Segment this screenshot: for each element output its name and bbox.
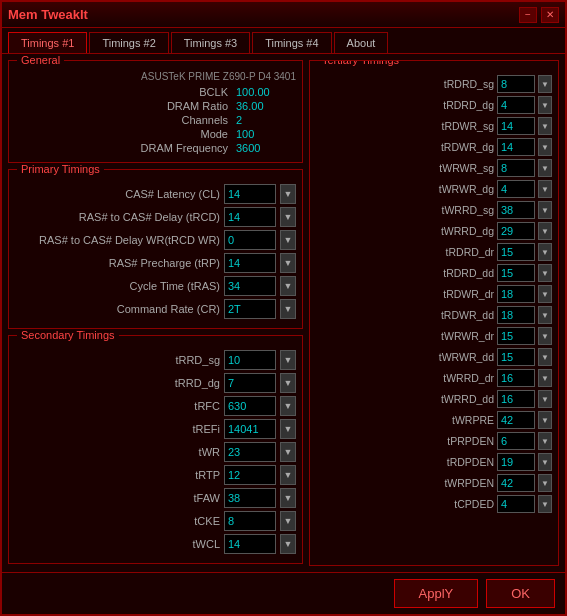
primary-timing-input[interactable] <box>224 230 276 250</box>
tab-timings3[interactable]: Timings #3 <box>171 32 250 53</box>
tab-timings2[interactable]: Timings #2 <box>89 32 168 53</box>
tertiary-timing-input[interactable] <box>497 75 535 93</box>
secondary-timing-input[interactable] <box>224 534 276 554</box>
primary-timing-input[interactable] <box>224 253 276 273</box>
primary-timing-input[interactable] <box>224 276 276 296</box>
tertiary-timing-input[interactable] <box>497 432 535 450</box>
tertiary-timing-input[interactable] <box>497 180 535 198</box>
primary-timing-input[interactable] <box>224 299 276 319</box>
tertiary-timing-dropdown[interactable]: ▼ <box>538 96 552 114</box>
secondary-timing-dropdown[interactable]: ▼ <box>280 442 296 462</box>
secondary-timing-input[interactable] <box>224 442 276 462</box>
tertiary-timing-dropdown[interactable]: ▼ <box>538 327 552 345</box>
minimize-button[interactable]: − <box>519 7 537 23</box>
tertiary-timing-dropdown[interactable]: ▼ <box>538 264 552 282</box>
tertiary-timing-dropdown[interactable]: ▼ <box>538 138 552 156</box>
primary-timing-input[interactable] <box>224 184 276 204</box>
title-bar: Mem TweakIt − ✕ <box>2 2 565 28</box>
tertiary-timing-row: tPRPDEN ▼ <box>316 432 552 450</box>
secondary-timing-input[interactable] <box>224 396 276 416</box>
secondary-timing-dropdown[interactable]: ▼ <box>280 534 296 554</box>
tertiary-timing-input[interactable] <box>497 264 535 282</box>
secondary-timing-dropdown[interactable]: ▼ <box>280 419 296 439</box>
tertiary-timing-dropdown[interactable]: ▼ <box>538 222 552 240</box>
secondary-timing-row: tCKE ▼ <box>15 511 296 531</box>
tertiary-timing-row: tWRPDEN ▼ <box>316 474 552 492</box>
tertiary-timing-label: tWRRD_dg <box>316 225 494 237</box>
tertiary-timing-input[interactable] <box>497 306 535 324</box>
tertiary-timing-input[interactable] <box>497 285 535 303</box>
tertiary-timing-input[interactable] <box>497 222 535 240</box>
general-field-label: Mode <box>200 128 228 140</box>
tertiary-timing-dropdown[interactable]: ▼ <box>538 390 552 408</box>
primary-timing-dropdown[interactable]: ▼ <box>280 230 296 250</box>
secondary-timing-input[interactable] <box>224 419 276 439</box>
tertiary-timing-dropdown[interactable]: ▼ <box>538 180 552 198</box>
tertiary-timing-input[interactable] <box>497 369 535 387</box>
secondary-timing-dropdown[interactable]: ▼ <box>280 511 296 531</box>
tertiary-timing-dropdown[interactable]: ▼ <box>538 306 552 324</box>
tertiary-timing-input[interactable] <box>497 117 535 135</box>
tertiary-timing-input[interactable] <box>497 474 535 492</box>
apply-button[interactable]: ApplY <box>394 579 479 608</box>
primary-timing-dropdown[interactable]: ▼ <box>280 253 296 273</box>
primary-timing-input[interactable] <box>224 207 276 227</box>
secondary-timing-dropdown[interactable]: ▼ <box>280 465 296 485</box>
primary-timing-dropdown[interactable]: ▼ <box>280 276 296 296</box>
secondary-timing-input[interactable] <box>224 373 276 393</box>
secondary-timing-dropdown[interactable]: ▼ <box>280 350 296 370</box>
tertiary-timing-input[interactable] <box>497 453 535 471</box>
secondary-timing-label: tWR <box>15 446 220 458</box>
close-button[interactable]: ✕ <box>541 7 559 23</box>
tertiary-timing-label: tRDWR_dr <box>316 288 494 300</box>
tertiary-timing-input[interactable] <box>497 348 535 366</box>
secondary-timing-dropdown[interactable]: ▼ <box>280 373 296 393</box>
secondary-timing-dropdown[interactable]: ▼ <box>280 488 296 508</box>
tertiary-timing-label: tRDWR_dg <box>316 141 494 153</box>
tertiary-timing-input[interactable] <box>497 96 535 114</box>
general-row: DRAM Frequency 3600 <box>15 142 296 154</box>
tertiary-timing-input[interactable] <box>497 411 535 429</box>
general-row: Channels 2 <box>15 114 296 126</box>
general-row: DRAM Ratio 36.00 <box>15 100 296 112</box>
tertiary-timing-dropdown[interactable]: ▼ <box>538 348 552 366</box>
tertiary-timing-dropdown[interactable]: ▼ <box>538 432 552 450</box>
secondary-timing-input[interactable] <box>224 488 276 508</box>
tertiary-timing-input[interactable] <box>497 327 535 345</box>
tertiary-timing-dropdown[interactable]: ▼ <box>538 453 552 471</box>
tertiary-timing-dropdown[interactable]: ▼ <box>538 159 552 177</box>
ok-button[interactable]: OK <box>486 579 555 608</box>
tertiary-timing-row: tRDRD_dg ▼ <box>316 96 552 114</box>
tertiary-timing-dropdown[interactable]: ▼ <box>538 369 552 387</box>
secondary-timing-label: tWCL <box>15 538 220 550</box>
tertiary-timing-input[interactable] <box>497 495 535 513</box>
tertiary-timing-input[interactable] <box>497 159 535 177</box>
tertiary-timing-dropdown[interactable]: ▼ <box>538 285 552 303</box>
tertiary-timing-dropdown[interactable]: ▼ <box>538 474 552 492</box>
general-rows: BCLK 100.00 DRAM Ratio 36.00 Channels 2 … <box>15 86 296 154</box>
tertiary-timing-input[interactable] <box>497 243 535 261</box>
tab-timings1[interactable]: Timings #1 <box>8 32 87 53</box>
tertiary-timing-dropdown[interactable]: ▼ <box>538 75 552 93</box>
primary-title: Primary Timings <box>17 163 104 175</box>
secondary-timing-input[interactable] <box>224 465 276 485</box>
tertiary-timing-input[interactable] <box>497 201 535 219</box>
primary-timing-dropdown[interactable]: ▼ <box>280 299 296 319</box>
primary-timing-dropdown[interactable]: ▼ <box>280 184 296 204</box>
tertiary-timing-dropdown[interactable]: ▼ <box>538 495 552 513</box>
tertiary-timing-dropdown[interactable]: ▼ <box>538 117 552 135</box>
primary-timing-dropdown[interactable]: ▼ <box>280 207 296 227</box>
tab-timings4[interactable]: Timings #4 <box>252 32 331 53</box>
secondary-timing-input[interactable] <box>224 511 276 531</box>
tertiary-timing-dropdown[interactable]: ▼ <box>538 411 552 429</box>
tertiary-timing-input[interactable] <box>497 390 535 408</box>
secondary-timing-input[interactable] <box>224 350 276 370</box>
tertiary-timing-input[interactable] <box>497 138 535 156</box>
general-title: General <box>17 54 64 66</box>
tertiary-timing-row: tRDWR_dd ▼ <box>316 306 552 324</box>
tertiary-timing-row: tWRWR_dr ▼ <box>316 327 552 345</box>
tertiary-timing-dropdown[interactable]: ▼ <box>538 201 552 219</box>
tertiary-timing-dropdown[interactable]: ▼ <box>538 243 552 261</box>
tab-about[interactable]: About <box>334 32 389 53</box>
secondary-timing-dropdown[interactable]: ▼ <box>280 396 296 416</box>
